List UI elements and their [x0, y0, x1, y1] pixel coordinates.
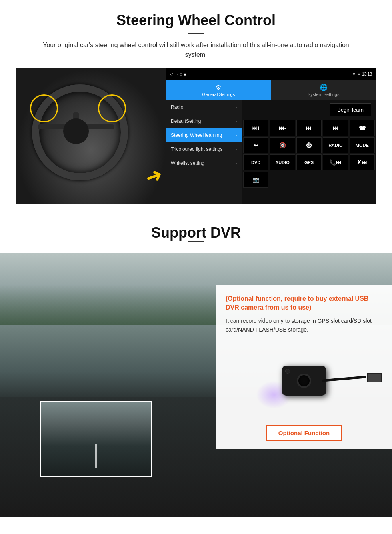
- dvr-title: Support DVR: [16, 224, 376, 241]
- gear-icon: ⚙: [216, 84, 221, 91]
- dvr-title-divider: [188, 241, 204, 242]
- dvr-title-area: Support DVR: [0, 212, 392, 253]
- steering-content: ◁ ○ □ ■ ▼ ▾ 13:13 ⚙ General Settings: [16, 68, 376, 204]
- ctrl-dvd[interactable]: DVD: [243, 154, 268, 170]
- ctrl-gps[interactable]: GPS: [296, 154, 322, 170]
- steering-wheel-image: [16, 68, 166, 204]
- camera-body: [282, 366, 326, 396]
- ctrl-power[interactable]: ⏻: [296, 137, 322, 153]
- controls-panel: Begin learn ⏮+ ⏮- ⏮ ⏭ ☎ ↩ 🔇 ⏻ RADIO MODE…: [242, 100, 376, 204]
- steering-controls-grid: ⏮+ ⏮- ⏮ ⏭ ☎ ↩ 🔇 ⏻ RADIO MODE DVD AUDIO G…: [242, 119, 376, 189]
- dvr-section: Support DVR (Optional function, require …: [0, 212, 392, 532]
- dvr-description: It can record video only to storage in G…: [226, 316, 382, 334]
- menu-item-radio[interactable]: Radio ›: [166, 100, 242, 114]
- nav-icons: ◁ ○ □ ■: [170, 72, 186, 76]
- ctrl-radio[interactable]: RADIO: [323, 137, 348, 153]
- dvr-info-card: (Optional function, require to buy exter…: [216, 285, 392, 449]
- recent-icon: □: [180, 72, 182, 76]
- status-info: ▼ ▾ 13:13: [352, 72, 372, 76]
- ctrl-camera[interactable]: 📷: [243, 172, 268, 188]
- clock: 13:13: [362, 72, 372, 76]
- status-bar: ◁ ○ □ ■ ▼ ▾ 13:13: [166, 68, 376, 80]
- usb-connector: [367, 373, 382, 382]
- sw-circle-left: [30, 94, 58, 122]
- begin-learn-row: Begin learn: [242, 100, 376, 119]
- chevron-right-icon: ›: [236, 133, 237, 138]
- chevron-right-icon: ›: [236, 119, 237, 124]
- yellow-arrow-icon: [138, 164, 166, 188]
- ctrl-mode[interactable]: MODE: [350, 137, 375, 153]
- sw-center: [63, 118, 89, 144]
- sw-spoke-right: [86, 124, 114, 129]
- tab-general-label: General Settings: [202, 92, 235, 97]
- settings-tabs: ⚙ General Settings 🌐 System Settings: [166, 80, 376, 100]
- begin-learn-button[interactable]: Begin learn: [330, 103, 371, 116]
- network-icon: 🌐: [320, 84, 328, 91]
- camera-device: [282, 366, 326, 396]
- camera-sensor: [285, 369, 290, 374]
- chevron-right-icon: ›: [236, 147, 237, 152]
- tab-general-settings[interactable]: ⚙ General Settings: [166, 80, 271, 100]
- dvr-inset-screenshot: [40, 401, 152, 477]
- ctrl-mute[interactable]: 🔇: [270, 137, 295, 153]
- menu-icon: ■: [184, 72, 186, 76]
- menu-item-steering-label: Steering Wheel learning: [171, 132, 222, 138]
- ctrl-skip-next[interactable]: ✗⏭: [350, 154, 375, 170]
- menu-item-tricoloured-label: Tricoloured light settings: [171, 146, 223, 152]
- menu-item-steering-wheel[interactable]: Steering Wheel learning ›: [166, 128, 242, 142]
- camera-cable: [322, 376, 366, 382]
- menu-item-default-setting[interactable]: DefaultSetting ›: [166, 114, 242, 128]
- subtitle-text: Your original car's steering wheel contr…: [32, 40, 360, 60]
- ctrl-vol-up[interactable]: ⏮+: [243, 120, 268, 136]
- ctrl-next-track[interactable]: ⏭: [323, 120, 348, 136]
- ctrl-audio[interactable]: AUDIO: [270, 154, 295, 170]
- back-icon: ◁: [170, 72, 173, 76]
- android-ui-panel: ◁ ○ □ ■ ▼ ▾ 13:13 ⚙ General Settings: [166, 68, 376, 204]
- menu-item-whitelist[interactable]: Whitelist setting ›: [166, 156, 242, 170]
- steering-section: Steering Wheel Control Your original car…: [0, 0, 392, 212]
- dvr-screenshot-inner: [41, 402, 151, 476]
- menu-item-whitelist-label: Whitelist setting: [171, 160, 204, 166]
- steering-wheel: [28, 80, 152, 196]
- page-title: Steering Wheel Control: [16, 12, 376, 29]
- camera-lens: [297, 374, 311, 388]
- ctrl-prev-track[interactable]: ⏮: [296, 120, 322, 136]
- settings-menu-list: Radio › DefaultSetting › Steering Wheel …: [166, 100, 242, 204]
- tab-system-label: System Settings: [308, 92, 339, 97]
- title-divider: [188, 33, 204, 34]
- tab-system-settings[interactable]: 🌐 System Settings: [271, 80, 376, 100]
- road-center-line: [95, 444, 97, 468]
- optional-function-button[interactable]: Optional Function: [266, 425, 342, 441]
- chevron-right-icon: ›: [236, 161, 237, 166]
- dvr-optional-heading: (Optional function, require to buy exter…: [226, 294, 382, 312]
- wifi-icon: ▾: [358, 72, 360, 76]
- ctrl-phone[interactable]: ☎: [350, 120, 375, 136]
- home-icon: ○: [175, 72, 178, 76]
- menu-item-tricoloured[interactable]: Tricoloured light settings ›: [166, 142, 242, 156]
- ctrl-vol-down[interactable]: ⏮-: [270, 120, 295, 136]
- sw-circle-right: [98, 94, 126, 122]
- dvr-background-image: (Optional function, require to buy exter…: [0, 253, 392, 517]
- ctrl-back[interactable]: ↩: [243, 137, 268, 153]
- menu-item-default-label: DefaultSetting: [171, 118, 201, 124]
- signal-icon: ▼: [352, 72, 356, 76]
- chevron-right-icon: ›: [236, 105, 237, 110]
- sw-spoke-left: [38, 124, 66, 129]
- dvr-camera-image: [226, 341, 382, 421]
- menu-controls-area: Radio › DefaultSetting › Steering Wheel …: [166, 100, 376, 204]
- menu-item-radio-label: Radio: [171, 104, 183, 110]
- ctrl-phone-prev[interactable]: 📞⏮: [323, 154, 348, 170]
